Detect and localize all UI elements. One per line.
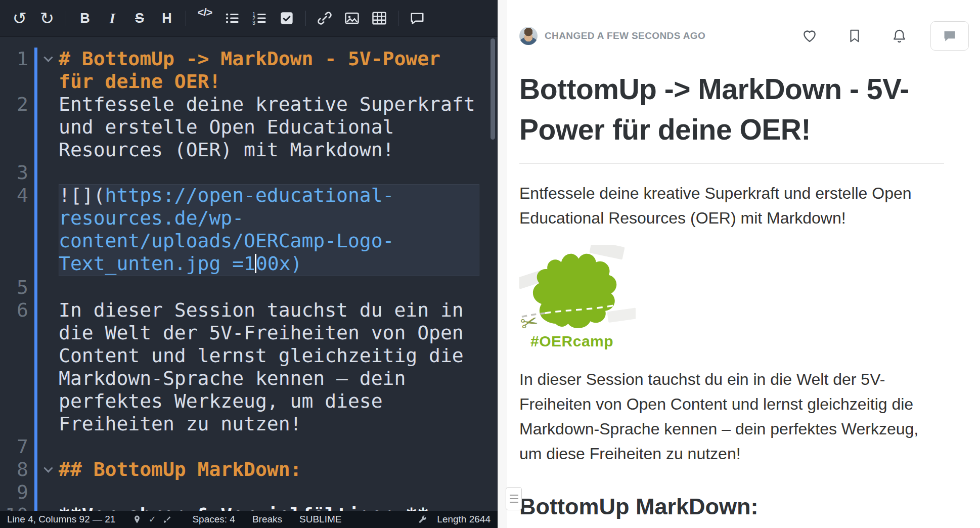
comments-panel-button[interactable] <box>930 21 969 51</box>
status-bar: Line 4, Columns 92 — 21 ✓ Spaces: 4 Brea… <box>0 511 498 528</box>
insert-table-button[interactable] <box>366 6 393 30</box>
fold-gutter[interactable] <box>37 161 59 184</box>
code-line[interactable]: # BottomUp -> MarkDown - 5V-Power für de… <box>59 48 479 93</box>
oercamp-logo: ✂ #OERcamp <box>519 245 636 350</box>
preview-header: CHANGED A FEW SECONDS AGO <box>507 0 980 51</box>
bullet-list-button[interactable] <box>218 6 246 30</box>
fold-gutter[interactable] <box>37 481 59 504</box>
markdown-text-source: Entfessele deine kreative Superkraft und… <box>59 93 487 161</box>
fold-gutter[interactable] <box>37 48 59 93</box>
bell-icon <box>892 28 907 44</box>
notifications-button[interactable] <box>892 28 907 44</box>
editor-scrollbar[interactable] <box>491 38 495 140</box>
fold-gutter[interactable] <box>37 93 59 161</box>
editor-line[interactable]: 3 <box>5 161 498 184</box>
logo-caption: #OERcamp <box>530 333 636 350</box>
svg-text:3: 3 <box>252 20 255 26</box>
pane-resize-handle[interactable] <box>506 487 522 510</box>
code-line[interactable]: Entfessele deine kreative Superkraft und… <box>59 93 479 161</box>
line-number[interactable]: 2 <box>5 93 34 161</box>
spaces-setting-button[interactable]: Spaces: 4 <box>192 514 235 525</box>
preview-content: BottomUp -> MarkDown - 5V-Power für dein… <box>507 69 980 528</box>
task-list-icon <box>280 11 294 25</box>
fold-gutter[interactable] <box>37 435 59 458</box>
editor-line[interactable]: 5 <box>5 276 498 299</box>
line-number-label: 4 <box>17 184 28 206</box>
line-number[interactable]: 7 <box>5 435 34 458</box>
editor-toolbar: ↺ ↻ B I S H </> 123 <box>0 0 498 37</box>
editor-pane: ↺ ↻ B I S H </> 123 <box>0 0 498 528</box>
comment-button[interactable] <box>404 6 431 30</box>
code-line[interactable] <box>59 435 479 458</box>
chevron-down-icon[interactable] <box>43 53 53 62</box>
keymap-setting-button[interactable]: SUBLIME <box>299 514 341 525</box>
line-number[interactable]: 4 <box>5 184 34 276</box>
page-title: BottomUp -> MarkDown - 5V-Power für dein… <box>519 69 944 150</box>
editor-line-active[interactable]: 4 ![](https://open-educational-resources… <box>5 184 498 276</box>
numbered-list-icon: 123 <box>252 11 267 26</box>
location-pin-icon[interactable] <box>129 512 145 527</box>
line-number-label: 1 <box>17 48 28 70</box>
line-number[interactable]: 3 <box>5 161 34 184</box>
line-number-label: 3 <box>17 161 28 184</box>
check-icon[interactable]: ✓ <box>145 512 160 527</box>
section-heading: BottomUp MarkDown: <box>519 494 970 520</box>
insert-image-button[interactable] <box>338 6 366 30</box>
bookmark-button[interactable] <box>847 28 862 43</box>
table-icon <box>372 11 387 26</box>
line-number-label: 7 <box>17 435 28 458</box>
toolbar-separator <box>305 11 306 26</box>
linebreaks-setting-button[interactable]: Breaks <box>252 514 282 525</box>
markdown-image-url: https://open-educational-resources.de/wp… <box>59 184 394 275</box>
line-number[interactable]: 9 <box>5 481 34 504</box>
wrench-icon[interactable] <box>415 512 430 527</box>
code-line[interactable]: In dieser Session tauchst du ein in die … <box>59 299 479 435</box>
chat-bubble-icon <box>943 29 957 43</box>
markdown-image-syntax: ![]( <box>59 184 105 206</box>
image-icon <box>344 11 360 26</box>
fold-gutter[interactable] <box>37 458 59 481</box>
code-line[interactable]: ![](https://open-educational-resources.d… <box>59 184 479 276</box>
markdown-text-source: In dieser Session tauchst du ein in die … <box>59 299 475 435</box>
preview-actions <box>801 21 969 51</box>
code-line[interactable] <box>59 161 479 184</box>
editor-line[interactable]: 7 <box>5 435 498 458</box>
chevron-down-icon[interactable] <box>43 463 53 472</box>
task-list-button[interactable] <box>273 6 300 30</box>
markdown-image-url-tail: 00x) <box>256 252 302 275</box>
title-divider <box>519 163 944 164</box>
scissors-icon: ✂ <box>519 310 541 332</box>
last-changed-label: CHANGED A FEW SECONDS AGO <box>545 30 705 41</box>
pane-divider <box>498 0 507 528</box>
code-line[interactable] <box>59 276 479 299</box>
editor-line[interactable]: 6 In dieser Session tauchst du ein in di… <box>5 299 498 435</box>
bullet-list-icon <box>225 11 240 26</box>
editor-line[interactable]: 2 Entfessele deine kreative Superkraft u… <box>5 93 498 161</box>
preview-pane: CHANGED A FEW SECONDS AGO BottomUp -> Ma… <box>507 0 980 528</box>
session-paragraph: In dieser Session tauchst du ein in die … <box>519 367 944 466</box>
brush-icon[interactable] <box>160 512 175 527</box>
intro-paragraph: Entfessele deine kreative Superkraft und… <box>519 181 944 231</box>
insert-link-button[interactable] <box>311 6 338 30</box>
editor-line[interactable]: 8 ## BottomUp MarkDown: <box>5 458 498 481</box>
line-number[interactable]: 8 <box>5 458 34 481</box>
line-number[interactable]: 1 <box>5 48 34 93</box>
code-line[interactable]: ## BottomUp MarkDown: <box>59 458 479 481</box>
heart-icon <box>801 28 818 44</box>
line-number[interactable]: 5 <box>5 276 34 299</box>
editor-line[interactable]: 9 <box>5 481 498 504</box>
line-number[interactable]: 6 <box>5 299 34 435</box>
code-button[interactable]: </> <box>191 6 218 30</box>
app-window: ↺ ↻ B I S H </> 123 <box>0 0 980 528</box>
numbered-list-button[interactable]: 123 <box>246 6 273 30</box>
cursor-position-label: Line 4, Columns 92 — 21 <box>7 514 115 525</box>
code-line[interactable] <box>59 481 479 504</box>
fold-gutter[interactable] <box>37 184 59 276</box>
avatar[interactable] <box>519 27 538 45</box>
like-button[interactable] <box>801 28 818 44</box>
fold-gutter[interactable] <box>37 299 59 435</box>
fold-gutter[interactable] <box>37 276 59 299</box>
editor-line[interactable]: 1 # BottomUp -> MarkDown - 5V-Power für … <box>5 48 498 93</box>
link-icon <box>317 11 332 26</box>
code-editor[interactable]: 1 # BottomUp -> MarkDown - 5V-Power für … <box>0 37 498 528</box>
